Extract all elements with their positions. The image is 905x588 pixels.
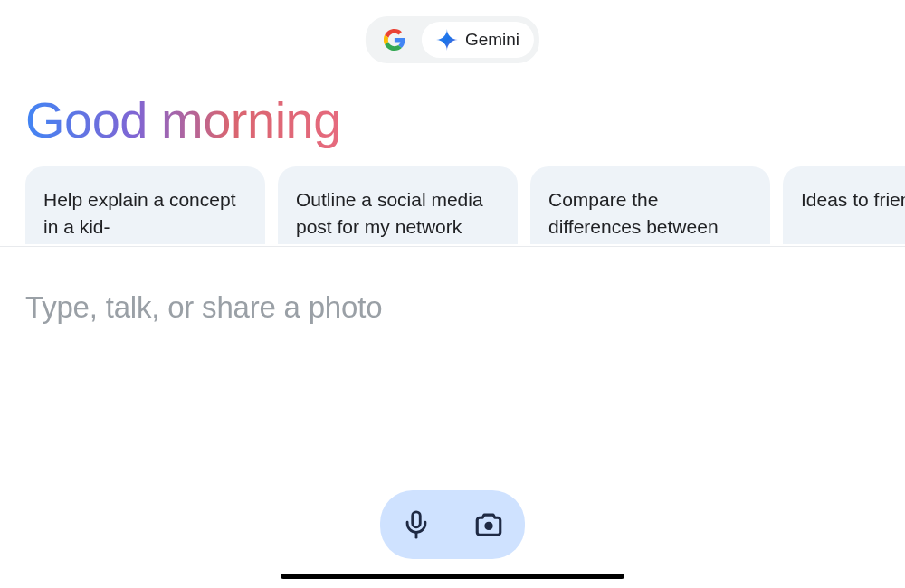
mode-gemini[interactable]: Gemini: [422, 22, 534, 58]
greeting-heading: Good morning: [25, 90, 341, 149]
microphone-icon: [401, 509, 432, 540]
camera-icon: [473, 509, 504, 540]
suggestion-text: Outline a social media post for my netwo…: [296, 186, 500, 242]
mic-button[interactable]: [396, 505, 436, 545]
camera-button[interactable]: [469, 505, 509, 545]
suggestion-text: Compare the differences between: [548, 186, 752, 242]
input-placeholder: Type, talk, or share a photo: [25, 290, 880, 325]
mode-toggle[interactable]: Gemini: [366, 16, 539, 63]
suggestion-card[interactable]: Outline a social media post for my netwo…: [278, 166, 518, 244]
suggestion-text: Help explain a concept in a kid-: [43, 186, 247, 242]
suggestion-card[interactable]: Compare the differences between: [530, 166, 770, 244]
suggestion-card[interactable]: Ideas to friend o: [783, 166, 905, 244]
suggestion-cards-row: Help explain a concept in a kid- Outline…: [25, 166, 905, 244]
svg-point-2: [486, 523, 491, 528]
gemini-spark-icon: [436, 29, 458, 51]
svg-rect-0: [413, 512, 421, 527]
suggestion-text: Ideas to friend o: [801, 186, 905, 213]
mode-gemini-label: Gemini: [465, 30, 519, 50]
action-pill: [380, 490, 525, 559]
google-g-icon: [384, 29, 405, 51]
suggestion-card[interactable]: Help explain a concept in a kid-: [25, 166, 265, 244]
mode-google[interactable]: [371, 22, 418, 58]
home-indicator[interactable]: [281, 574, 624, 579]
